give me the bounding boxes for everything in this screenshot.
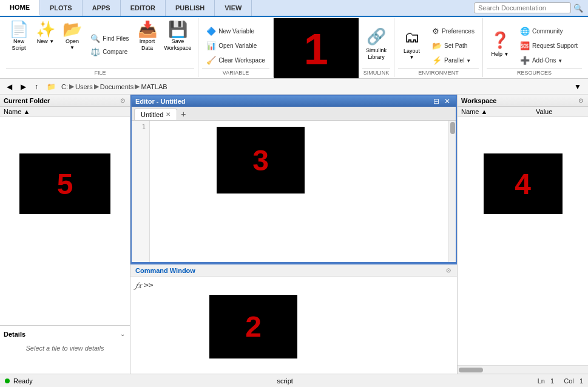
command-fx-icon: 𝑓𝑥 (135, 280, 141, 291)
up-button[interactable]: ↑ (32, 81, 41, 92)
col-status: Col 1 (564, 377, 583, 385)
variable-section-label: VARIABLE (202, 68, 269, 76)
editor-window: Editor - Untitled ⊟ ✕ Untitled ✕ + 1 (130, 95, 457, 263)
file-section-label: FILE (6, 68, 194, 76)
new-variable-button[interactable]: 🔷 New Variable (202, 25, 269, 38)
set-path-icon: 📂 (432, 41, 442, 50)
ribbon-section-environment: 🗂 Layout ▼ ⚙ Preferences 📂 Set Path ⚡ Pa… (394, 18, 483, 77)
editor-scrollbar[interactable] (448, 121, 456, 262)
parallel-button[interactable]: ⚡ Parallel ▼ (428, 54, 479, 67)
placeholder-3: 3 (217, 127, 305, 194)
command-body[interactable]: 𝑓𝑥 >> 2 (130, 277, 457, 374)
editor-add-tab-button[interactable]: + (177, 108, 189, 120)
placeholder-5: 5 (19, 153, 110, 214)
tab-plots[interactable]: PLOTS (40, 0, 83, 16)
ln-status: Ln 1 (538, 377, 555, 385)
main-layout: Current Folder ⊙ Name ▲ 5 Details ⌄ Sele… (0, 95, 588, 374)
environment-section-label: ENVIRONMENT (398, 68, 479, 76)
file-tools-col: 🔍 Find Files ⚖️ Compare (86, 21, 133, 68)
simulink-library-button[interactable]: 🔗 SimulinkLibrary (362, 26, 390, 62)
editor-title: Editor - Untitled (135, 98, 186, 105)
tab-view[interactable]: VIEW (215, 0, 252, 16)
workspace-col-name: Name ▲ (461, 108, 536, 115)
tab-home[interactable]: HOME (0, 0, 40, 16)
import-data-button[interactable]: 📥 ImportData (135, 19, 160, 68)
placeholder-4: 4 (484, 153, 563, 214)
workspace-collapse-button[interactable]: ⊙ (577, 96, 584, 104)
new-script-button[interactable]: 📄 NewScript (6, 19, 32, 68)
command-window-header: Command Window ⊙ (130, 264, 457, 277)
set-path-button[interactable]: 📂 Set Path (428, 39, 479, 52)
ribbon-section-resources: ❓ Help ▼ 🌐 Community 🆘 Request Support ➕… (483, 18, 586, 77)
community-button[interactable]: 🌐 Community (516, 25, 582, 38)
editor-tab-untitled[interactable]: Untitled ✕ (134, 109, 177, 120)
preferences-icon: ⚙ (432, 27, 439, 36)
find-files-button[interactable]: 🔍 Find Files (86, 32, 133, 45)
status-bar: Ready script Ln 1 Col 1 (0, 374, 588, 387)
workspace-scrollbar-thumb (459, 368, 483, 372)
editor-line-numbers: 1 (132, 121, 150, 262)
new-button[interactable]: ✨ New ▼ (33, 19, 58, 68)
editor-tab-close-button[interactable]: ✕ (166, 111, 171, 118)
community-icon: 🌐 (520, 27, 530, 36)
forward-button[interactable]: ▶ (18, 81, 29, 92)
request-support-button[interactable]: 🆘 Request Support (516, 39, 582, 52)
workspace-col-headers: Name ▲ Value (458, 107, 588, 117)
workspace-panel: Workspace ⊙ Name ▲ Value 4 (458, 95, 588, 374)
preferences-button[interactable]: ⚙ Preferences (428, 25, 479, 38)
clear-workspace-icon: 🧹 (206, 56, 216, 65)
status-text: Ready (13, 377, 33, 385)
open-variable-icon: 📊 (206, 41, 216, 50)
command-window: Command Window ⊙ 𝑓𝑥 >> 2 (130, 263, 457, 374)
current-folder-header: Current Folder ⊙ (0, 95, 130, 107)
current-folder-title: Current Folder (4, 97, 50, 104)
editor-minimize-button[interactable]: ⊟ (431, 97, 441, 106)
browse-button[interactable]: 📁 (44, 81, 59, 92)
editor-tabs: Untitled ✕ + (132, 107, 456, 121)
tab-bar: HOME PLOTS APPS EDITOR PUBLISH VIEW 🔍 (0, 0, 588, 17)
current-folder-panel: Current Folder ⊙ Name ▲ 5 Details ⌄ Sele… (0, 95, 130, 374)
workspace-scrollbar-h[interactable] (458, 365, 588, 374)
scrollbar-thumb (450, 122, 455, 134)
folder-content[interactable]: 5 (0, 117, 130, 325)
command-input[interactable] (156, 280, 452, 289)
ribbon-section-simulink: 🔗 SimulinkLibrary SIMULINK (359, 18, 394, 77)
layout-button[interactable]: 🗂 Layout ▼ (398, 27, 425, 61)
center-panel: Editor - Untitled ⊟ ✕ Untitled ✕ + 1 (130, 95, 458, 374)
back-button[interactable]: ◀ (4, 81, 15, 92)
parallel-icon: ⚡ (432, 56, 442, 65)
editor-body: 1 3 (132, 121, 456, 262)
add-ons-icon: ➕ (520, 56, 530, 65)
ribbon-section-file: 📄 NewScript ✨ New ▼ 📂 Open ▼ 🔍 Find File… (2, 18, 198, 77)
tab-apps[interactable]: APPS (83, 0, 121, 16)
command-window-action-button[interactable]: ⊙ (445, 266, 452, 274)
search-input[interactable] (474, 2, 571, 13)
workspace-header: Workspace ⊙ (458, 95, 588, 107)
folder-col-header: Name ▲ (0, 107, 130, 117)
details-collapse-button[interactable]: ⌄ (119, 330, 126, 338)
clear-workspace-button[interactable]: 🧹 Clear Workspace (202, 54, 269, 67)
editor-close-button[interactable]: ✕ (442, 97, 452, 106)
compare-button[interactable]: ⚖️ Compare (86, 45, 133, 58)
current-folder-collapse-button[interactable]: ⊙ (119, 96, 126, 104)
details-message: Select a file to view details (4, 340, 126, 357)
path-refresh-button[interactable]: ▼ (571, 81, 584, 92)
add-ons-button[interactable]: ➕ Add-Ons ▼ (516, 54, 582, 67)
editor-tab-label: Untitled (141, 111, 163, 118)
ribbon: 📄 NewScript ✨ New ▼ 📂 Open ▼ 🔍 Find File… (0, 17, 588, 79)
editor-titlebar: Editor - Untitled ⊟ ✕ (132, 96, 456, 107)
help-button[interactable]: ❓ Help ▼ (487, 30, 513, 58)
workspace-content[interactable]: 4 (458, 117, 588, 365)
resources-section-label: RESOURCES (487, 68, 582, 76)
open-variable-button[interactable]: 📊 Open Variable (202, 39, 269, 52)
file-type: script (277, 377, 293, 385)
tab-editor[interactable]: EDITOR (121, 0, 166, 16)
search-icon: 🔍 (573, 4, 583, 13)
compare-icon: ⚖️ (90, 47, 100, 56)
tab-publish[interactable]: PUBLISH (166, 0, 215, 16)
command-window-title: Command Window (135, 267, 195, 274)
open-button[interactable]: 📂 Open ▼ (59, 19, 85, 68)
simulink-section-label: SIMULINK (362, 68, 390, 76)
save-workspace-button[interactable]: 💾 SaveWorkspace (161, 19, 195, 68)
status-indicator (5, 379, 10, 383)
